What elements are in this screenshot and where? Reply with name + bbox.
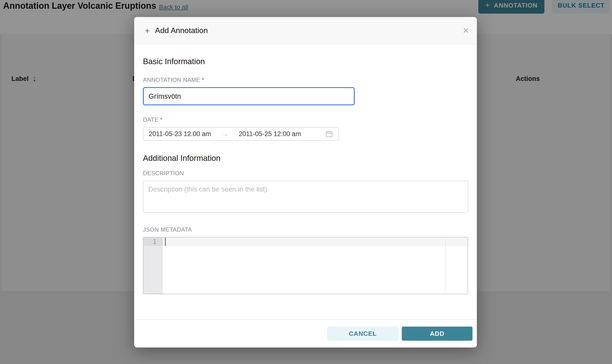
modal-body: Basic Information ANNOTATION NAME* DATE*…	[134, 44, 477, 319]
modal-title: Add Annotation	[155, 26, 208, 35]
close-icon[interactable]: ✕	[462, 26, 470, 36]
range-arrow-icon: →	[222, 131, 228, 137]
add-button[interactable]: ADD	[402, 326, 472, 341]
required-asterisk: *	[160, 117, 163, 123]
date-label-text: DATE	[143, 117, 158, 123]
date-end-value[interactable]: 2011-05-25 12:00 am	[239, 130, 301, 138]
description-textarea[interactable]	[143, 181, 468, 213]
section-basic-information: Basic Information	[143, 57, 468, 66]
calendar-icon	[325, 130, 333, 138]
modal-header: + Add Annotation ✕	[134, 17, 477, 44]
text-cursor	[165, 238, 166, 246]
annotation-name-input[interactable]	[143, 87, 355, 105]
editor-active-line	[163, 237, 468, 246]
plus-icon: +	[145, 26, 150, 35]
date-label: DATE*	[143, 117, 468, 123]
cancel-button[interactable]: CANCEL	[327, 326, 398, 341]
date-start-value[interactable]: 2011-05-23 12:00 am	[149, 130, 211, 138]
json-metadata-editor[interactable]: 1	[143, 237, 468, 294]
json-metadata-label: JSON METADATA	[143, 226, 468, 233]
annotation-name-label-text: ANNOTATION NAME	[143, 77, 200, 83]
modal-footer: CANCEL ADD	[134, 319, 477, 348]
editor-line-number: 1	[143, 237, 163, 246]
editor-print-margin	[445, 237, 445, 294]
annotation-name-label: ANNOTATION NAME*	[143, 77, 468, 83]
section-additional-information: Additional Information	[143, 153, 468, 163]
required-asterisk: *	[202, 77, 204, 83]
add-annotation-modal: + Add Annotation ✕ Basic Information ANN…	[134, 17, 477, 348]
description-label: DESCRIPTION	[143, 170, 468, 177]
date-range-picker[interactable]: 2011-05-23 12:00 am → 2011-05-25 12:00 a…	[143, 127, 339, 141]
